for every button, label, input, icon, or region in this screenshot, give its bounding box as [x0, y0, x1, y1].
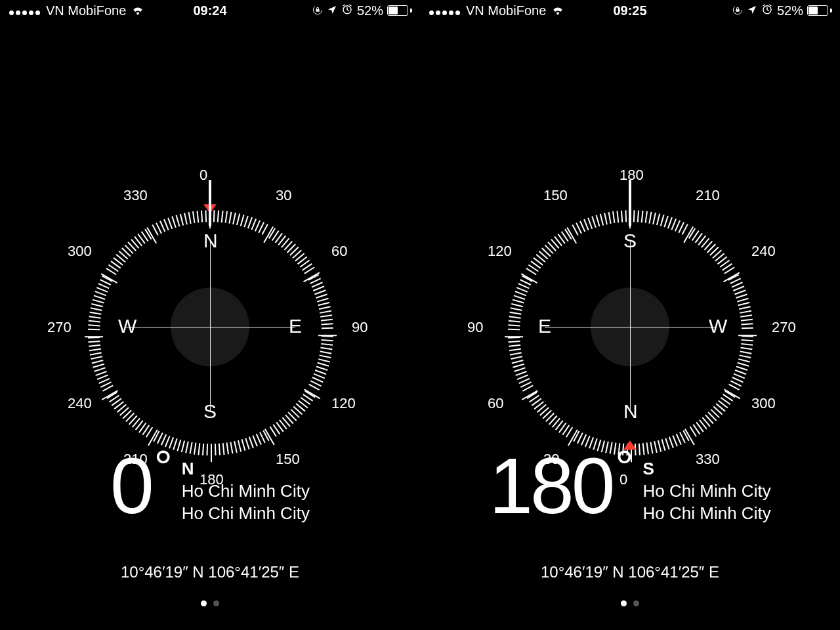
battery-percentage-label: 52% — [777, 3, 803, 18]
compass-dial[interactable]: NESW0306090120150180210240270300330 — [72, 189, 348, 465]
location-arrow-icon — [327, 3, 337, 18]
heading-needle — [629, 180, 631, 226]
coordinates-label: 10°46′19″ N 106°41′25″ E — [420, 563, 840, 581]
degree-label-90: 90 — [467, 319, 483, 336]
location-city-2: Ho Chi Minh City — [643, 503, 771, 525]
status-bar: VN MobiFone09:2552% — [420, 0, 840, 21]
battery-icon — [807, 5, 832, 16]
carrier-label: VN MobiFone — [466, 3, 546, 18]
clock-label: 09:25 — [613, 3, 646, 18]
location-city-1: Ho Chi Minh City — [643, 480, 771, 503]
degree-label-120: 120 — [488, 243, 512, 260]
location-city-1: Ho Chi Minh City — [182, 480, 310, 503]
cardinal-S: S — [203, 400, 217, 423]
degree-label-270: 270 — [47, 319, 72, 336]
rotation-lock-icon — [732, 3, 743, 18]
alarm-icon — [761, 3, 773, 18]
heading-needle — [209, 180, 211, 226]
compass-dial[interactable]: NESW0306090120150180210240270300330 — [492, 189, 768, 465]
cardinal-N: N — [623, 400, 638, 423]
degree-label-150: 150 — [543, 187, 568, 204]
degree-label-60: 60 — [488, 395, 503, 412]
clock-label: 09:24 — [193, 3, 226, 18]
carrier-label: VN MobiFone — [46, 3, 126, 18]
signal-dots-icon — [428, 3, 461, 18]
cardinal-E: E — [538, 315, 551, 337]
degree-label-180: 180 — [620, 167, 644, 184]
degree-label-330: 330 — [123, 187, 148, 204]
location-arrow-icon — [747, 3, 757, 18]
degree-label-240: 240 — [751, 243, 776, 260]
heading-readout: 180°SHo Chi Minh CityHo Chi Minh City — [420, 446, 840, 525]
degree-label-0: 0 — [200, 167, 207, 184]
status-bar: VN MobiFone09:2452% — [0, 0, 420, 21]
wifi-icon — [551, 3, 564, 18]
cardinal-E: E — [289, 315, 302, 337]
wifi-icon — [131, 3, 144, 18]
degree-label-270: 270 — [772, 319, 796, 336]
cardinal-S: S — [623, 230, 637, 252]
degree-label-120: 120 — [331, 395, 356, 412]
heading-degrees: 0 — [110, 442, 152, 530]
cardinal-W: W — [118, 315, 136, 337]
degree-label-300: 300 — [68, 243, 92, 260]
degree-label-300: 300 — [751, 395, 776, 412]
cardinal-W: W — [709, 315, 727, 337]
compass-screen: VN MobiFone09:2452%NESW03060901201501802… — [0, 0, 420, 630]
page-indicator[interactable] — [420, 597, 840, 609]
degree-label-30: 30 — [276, 187, 291, 204]
location-city-2: Ho Chi Minh City — [182, 503, 310, 525]
heading-direction: N — [182, 458, 310, 480]
alarm-icon — [341, 3, 353, 18]
page-indicator[interactable] — [0, 597, 420, 609]
heading-readout: 0°NHo Chi Minh CityHo Chi Minh City — [0, 446, 420, 525]
degree-label-90: 90 — [352, 319, 368, 336]
signal-dots-icon — [8, 3, 41, 18]
rotation-lock-icon — [312, 3, 323, 18]
battery-percentage-label: 52% — [357, 3, 383, 18]
coordinates-label: 10°46′19″ N 106°41′25″ E — [0, 563, 420, 581]
heading-direction: S — [643, 458, 771, 480]
battery-icon — [387, 5, 412, 16]
degree-label-240: 240 — [68, 395, 92, 412]
cardinal-N: N — [203, 230, 218, 252]
degree-label-210: 210 — [696, 187, 720, 204]
compass-screen: VN MobiFone09:2552%NESW03060901201501802… — [420, 0, 840, 630]
degree-label-60: 60 — [331, 243, 347, 260]
heading-degrees: 180 — [489, 442, 612, 530]
